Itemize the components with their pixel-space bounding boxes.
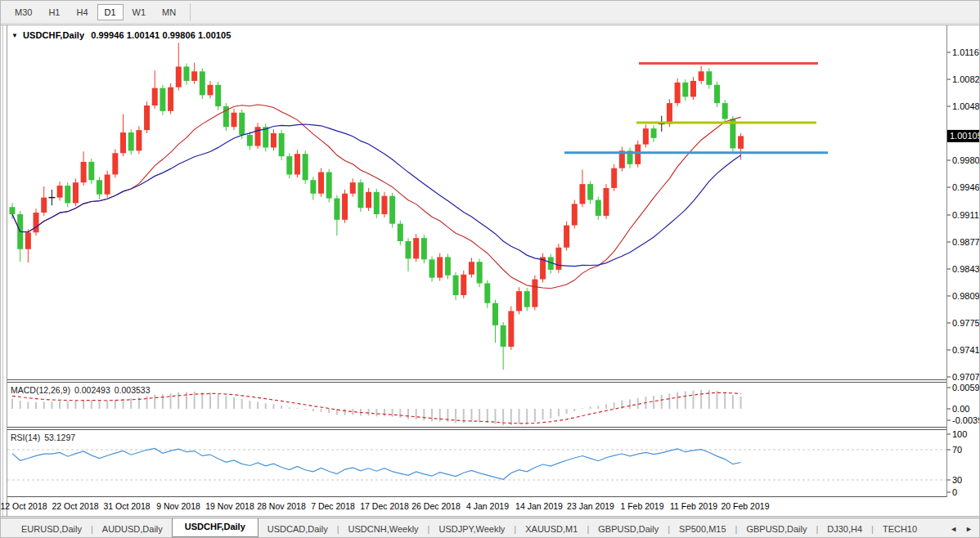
- price-tick-label: 1.01160: [952, 47, 980, 57]
- rsi-tick-label: 100: [952, 429, 967, 439]
- rsi-value: 53.1297: [44, 433, 75, 442]
- date-label: 7 Dec 2018: [311, 501, 355, 511]
- tab-scroll-right-icon[interactable]: ►: [961, 523, 977, 535]
- rsi-tick-label: 70: [952, 445, 962, 455]
- price-tick-label: 0.99460: [952, 182, 980, 192]
- chart-tab-xauusd-m1[interactable]: XAUUSD,M1: [516, 521, 587, 537]
- date-label: 31 Oct 2018: [103, 501, 150, 511]
- chart-tabs: EURUSD,Daily|AUDUSD,DailyUSDCHF,DailyUSD…: [12, 520, 926, 538]
- timeframe-button-h4[interactable]: H4: [69, 4, 95, 20]
- macd-main-value: 0.002493: [74, 385, 110, 395]
- date-label: 4 Jan 2019: [466, 501, 509, 511]
- date-label: 23 Jan 2019: [567, 501, 614, 511]
- chart-tab-usdchf-daily[interactable]: USDCHF,Daily: [172, 518, 258, 537]
- price-tick-label: 1.00480: [952, 101, 980, 111]
- macd-indicator-label: MACD(12,26,9)0.0024930.003533: [11, 385, 155, 395]
- price-tick-label: 0.97750: [952, 318, 980, 328]
- chart-tab-sp500-m15[interactable]: SP500,M15: [670, 521, 735, 537]
- rsi-name: RSI(14): [11, 433, 40, 442]
- chart-tab-gbpusd-daily[interactable]: GBPUSD,Daily: [589, 521, 668, 537]
- price-tick-label: 0.99800: [952, 155, 980, 165]
- date-label: 17 Dec 2018: [360, 501, 409, 511]
- timeframe-button-m30[interactable]: M30: [7, 4, 39, 20]
- price-tick-label: 0.97070: [952, 372, 980, 382]
- chart-tab-tech10[interactable]: TECH10: [874, 521, 926, 537]
- chart-tab-audusd-daily[interactable]: AUDUSD,Daily: [93, 521, 172, 537]
- date-axis[interactable]: 12 Oct 201822 Oct 201831 Oct 20189 Nov 2…: [1, 501, 770, 511]
- toolbar-divider: [190, 3, 191, 21]
- price-tick-label: 0.97410: [952, 345, 980, 355]
- date-label: 9 Nov 2018: [156, 501, 200, 511]
- macd-name: MACD(12,26,9): [11, 385, 70, 395]
- chart-tab-eurusd-daily[interactable]: EURUSD,Daily: [12, 521, 91, 537]
- date-label: 20 Feb 2019: [722, 501, 770, 511]
- timeframe-button-d1[interactable]: D1: [97, 4, 124, 20]
- price-tick-label: 0.98090: [952, 291, 980, 301]
- chart-tab-usdcad-daily[interactable]: USDCAD,Daily: [258, 521, 337, 537]
- tab-scroll-arrows: ◄ ►: [944, 518, 978, 538]
- date-label: 12 Oct 2018: [1, 501, 47, 511]
- chart-tab-bar: EURUSD,Daily|AUDUSD,DailyUSDCHF,DailyUSD…: [1, 518, 980, 538]
- macd-tick-label: 0.005925: [952, 383, 980, 392]
- rsi-tick-label: 0: [952, 487, 957, 497]
- price-chart-canvas[interactable]: 1.011601.008201.004800.998000.994600.991…: [1, 24, 980, 518]
- date-label: 1 Feb 2019: [620, 501, 663, 511]
- current-price-label: 1.00105: [950, 131, 980, 141]
- chart-window: 1.011601.008201.004800.998000.994600.991…: [1, 24, 980, 518]
- chart-tab-dj30-h4[interactable]: DJ30,H4: [818, 521, 871, 537]
- chart-tab-usdjpy-weekly[interactable]: USDJPY,Weekly: [429, 521, 514, 537]
- chart-title: ▼USDCHF,Daily0.99946 1.00141 0.99806 1.0…: [11, 30, 232, 40]
- date-label: 28 Nov 2018: [257, 501, 306, 511]
- date-label: 14 Jan 2019: [515, 501, 563, 511]
- price-tick-label: 0.98430: [952, 264, 980, 274]
- price-tick-label: 0.98770: [952, 237, 980, 247]
- macd-tick-label: 0.00: [952, 404, 969, 414]
- macd-signal-value: 0.003533: [115, 385, 151, 395]
- date-label: 11 Feb 2019: [670, 501, 717, 511]
- chart-tab-usdcnh-weekly[interactable]: USDCNH,Weekly: [339, 521, 428, 537]
- date-label: 26 Dec 2018: [411, 501, 461, 511]
- trading-terminal-window: M30H1H4D1W1MN 1.011601.008201.004800.998…: [0, 0, 980, 538]
- date-label: 22 Oct 2018: [52, 501, 98, 511]
- price-tick-label: 0.99110: [952, 210, 980, 220]
- timeframe-button-mn[interactable]: MN: [155, 4, 183, 20]
- tab-scroll-left-icon[interactable]: ◄: [946, 523, 961, 535]
- price-tick-label: 1.00820: [952, 74, 980, 84]
- timeframe-button-h1[interactable]: H1: [41, 4, 67, 20]
- timeframe-button-w1[interactable]: W1: [125, 4, 154, 20]
- timeframe-toolbar: M30H1H4D1W1MN: [1, 1, 980, 24]
- chart-symbol-label: USDCHF,Daily: [23, 30, 84, 40]
- chart-ohlc-values: 0.99946 1.00141 0.99806 1.00105: [91, 30, 231, 40]
- rsi-tick-label: 30: [952, 475, 962, 485]
- date-label: 19 Nov 2018: [205, 501, 254, 511]
- macd-tick-label: -0.003951: [952, 415, 980, 425]
- chart-tab-gbpusd-daily[interactable]: GBPUSD,Daily: [737, 521, 816, 537]
- rsi-indicator-label: RSI(14)53.1297: [11, 433, 79, 442]
- chart-expand-icon[interactable]: ▼: [11, 32, 18, 39]
